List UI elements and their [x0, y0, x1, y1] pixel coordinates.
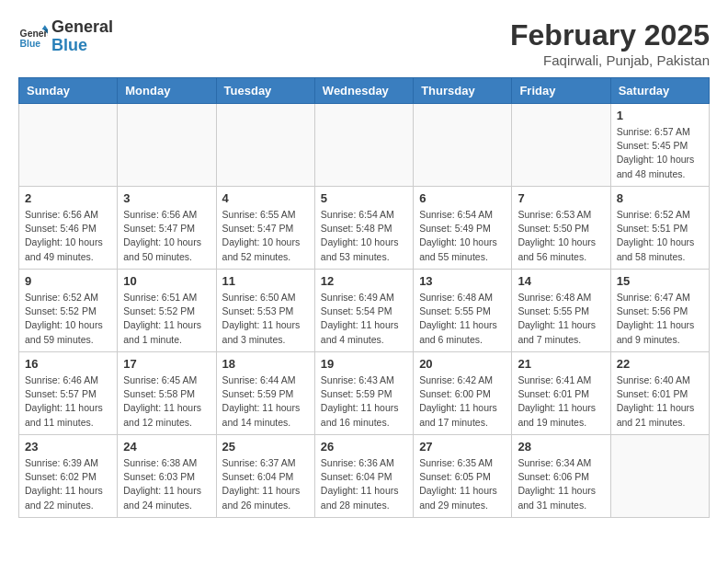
day-info: Sunrise: 6:51 AM Sunset: 5:52 PM Dayligh… [123, 291, 210, 347]
calendar-cell [118, 104, 216, 187]
calendar-cell: 5Sunrise: 6:54 AM Sunset: 5:48 PM Daylig… [314, 187, 413, 270]
day-number: 20 [419, 357, 506, 371]
calendar-cell: 17Sunrise: 6:45 AM Sunset: 5:58 PM Dayli… [118, 352, 216, 435]
calendar-cell: 19Sunrise: 6:43 AM Sunset: 5:59 PM Dayli… [314, 352, 413, 435]
weekday-header-sunday: Sunday [19, 78, 118, 104]
day-number: 8 [617, 191, 703, 205]
day-info: Sunrise: 6:52 AM Sunset: 5:51 PM Dayligh… [617, 208, 703, 264]
day-number: 9 [25, 274, 111, 288]
calendar-week-row: 1Sunrise: 6:57 AM Sunset: 5:45 PM Daylig… [19, 104, 710, 187]
logo-blue-text: Blue [51, 37, 113, 55]
calendar-cell: 11Sunrise: 6:50 AM Sunset: 5:53 PM Dayli… [216, 270, 314, 352]
calendar-cell [19, 104, 118, 187]
day-info: Sunrise: 6:46 AM Sunset: 5:57 PM Dayligh… [25, 373, 111, 430]
day-info: Sunrise: 6:56 AM Sunset: 5:46 PM Dayligh… [25, 208, 111, 264]
day-number: 19 [321, 357, 407, 371]
day-number: 27 [419, 440, 506, 454]
calendar-cell: 7Sunrise: 6:53 AM Sunset: 5:50 PM Daylig… [512, 187, 610, 270]
day-info: Sunrise: 6:50 AM Sunset: 5:53 PM Dayligh… [222, 291, 309, 347]
day-info: Sunrise: 6:55 AM Sunset: 5:47 PM Dayligh… [222, 208, 309, 264]
day-number: 17 [123, 357, 210, 371]
calendar-cell: 14Sunrise: 6:48 AM Sunset: 5:55 PM Dayli… [512, 270, 610, 352]
day-number: 3 [123, 191, 210, 205]
month-year: February 2025 [510, 18, 710, 52]
day-number: 26 [321, 440, 407, 454]
day-number: 25 [222, 440, 309, 454]
day-number: 4 [222, 191, 309, 205]
day-info: Sunrise: 6:56 AM Sunset: 5:47 PM Dayligh… [123, 208, 210, 264]
day-info: Sunrise: 6:47 AM Sunset: 5:56 PM Dayligh… [617, 291, 703, 347]
day-number: 1 [617, 109, 703, 122]
day-info: Sunrise: 6:44 AM Sunset: 5:59 PM Dayligh… [222, 373, 309, 430]
calendar-cell: 12Sunrise: 6:49 AM Sunset: 5:54 PM Dayli… [314, 270, 413, 352]
calendar-cell: 10Sunrise: 6:51 AM Sunset: 5:52 PM Dayli… [118, 270, 216, 352]
calendar-cell [610, 435, 709, 518]
title-block: February 2025 Faqirwali, Punjab, Pakista… [510, 18, 710, 68]
day-number: 6 [419, 191, 506, 205]
day-info: Sunrise: 6:52 AM Sunset: 5:52 PM Dayligh… [25, 291, 111, 347]
day-number: 13 [419, 274, 506, 288]
calendar-week-row: 16Sunrise: 6:46 AM Sunset: 5:57 PM Dayli… [19, 352, 710, 435]
calendar-cell: 21Sunrise: 6:41 AM Sunset: 6:01 PM Dayli… [512, 352, 610, 435]
calendar-cell [414, 104, 512, 187]
day-number: 24 [123, 440, 210, 454]
day-number: 12 [321, 274, 407, 288]
calendar-week-row: 9Sunrise: 6:52 AM Sunset: 5:52 PM Daylig… [19, 270, 710, 352]
calendar-cell [512, 104, 610, 187]
day-number: 22 [617, 357, 703, 371]
calendar-cell: 23Sunrise: 6:39 AM Sunset: 6:02 PM Dayli… [19, 435, 118, 518]
day-number: 10 [123, 274, 210, 288]
weekday-header-monday: Monday [118, 78, 216, 104]
calendar-cell [216, 104, 314, 187]
day-info: Sunrise: 6:41 AM Sunset: 6:01 PM Dayligh… [518, 373, 604, 430]
day-info: Sunrise: 6:57 AM Sunset: 5:45 PM Dayligh… [617, 125, 703, 181]
calendar-cell: 16Sunrise: 6:46 AM Sunset: 5:57 PM Dayli… [19, 352, 118, 435]
day-info: Sunrise: 6:45 AM Sunset: 5:58 PM Dayligh… [123, 373, 210, 430]
day-info: Sunrise: 6:34 AM Sunset: 6:06 PM Dayligh… [518, 456, 604, 512]
weekday-header-wednesday: Wednesday [314, 78, 413, 104]
calendar-cell: 1Sunrise: 6:57 AM Sunset: 5:45 PM Daylig… [610, 104, 709, 187]
day-info: Sunrise: 6:40 AM Sunset: 6:01 PM Dayligh… [617, 373, 703, 430]
day-info: Sunrise: 6:54 AM Sunset: 5:49 PM Dayligh… [419, 208, 506, 264]
day-number: 5 [321, 191, 407, 205]
calendar-cell: 18Sunrise: 6:44 AM Sunset: 5:59 PM Dayli… [216, 352, 314, 435]
calendar-cell: 9Sunrise: 6:52 AM Sunset: 5:52 PM Daylig… [19, 270, 118, 352]
day-info: Sunrise: 6:38 AM Sunset: 6:03 PM Dayligh… [123, 456, 210, 512]
day-info: Sunrise: 6:48 AM Sunset: 5:55 PM Dayligh… [419, 291, 506, 347]
calendar-cell [314, 104, 413, 187]
day-number: 21 [518, 357, 604, 371]
weekday-header-friday: Friday [512, 78, 610, 104]
day-number: 14 [518, 274, 604, 288]
calendar-week-row: 2Sunrise: 6:56 AM Sunset: 5:46 PM Daylig… [19, 187, 710, 270]
day-number: 7 [518, 191, 604, 205]
weekday-header-saturday: Saturday [610, 78, 709, 104]
calendar-cell: 27Sunrise: 6:35 AM Sunset: 6:05 PM Dayli… [414, 435, 512, 518]
calendar-cell: 6Sunrise: 6:54 AM Sunset: 5:49 PM Daylig… [414, 187, 512, 270]
logo: General Blue General Blue [18, 18, 113, 55]
logo-general-text: General [51, 18, 113, 37]
calendar-cell: 20Sunrise: 6:42 AM Sunset: 6:00 PM Dayli… [414, 352, 512, 435]
calendar-cell: 8Sunrise: 6:52 AM Sunset: 5:51 PM Daylig… [610, 187, 709, 270]
calendar-cell: 3Sunrise: 6:56 AM Sunset: 5:47 PM Daylig… [118, 187, 216, 270]
svg-text:Blue: Blue [20, 39, 41, 49]
day-info: Sunrise: 6:53 AM Sunset: 5:50 PM Dayligh… [518, 208, 604, 264]
weekday-header-thursday: Thursday [414, 78, 512, 104]
day-info: Sunrise: 6:42 AM Sunset: 6:00 PM Dayligh… [419, 373, 506, 430]
calendar-cell: 24Sunrise: 6:38 AM Sunset: 6:03 PM Dayli… [118, 435, 216, 518]
svg-marker-2 [42, 25, 48, 29]
day-info: Sunrise: 6:35 AM Sunset: 6:05 PM Dayligh… [419, 456, 506, 512]
page-header: General Blue General Blue February 2025 … [18, 18, 710, 68]
day-info: Sunrise: 6:36 AM Sunset: 6:04 PM Dayligh… [321, 456, 407, 512]
calendar-cell: 4Sunrise: 6:55 AM Sunset: 5:47 PM Daylig… [216, 187, 314, 270]
calendar-cell: 25Sunrise: 6:37 AM Sunset: 6:04 PM Dayli… [216, 435, 314, 518]
calendar-week-row: 23Sunrise: 6:39 AM Sunset: 6:02 PM Dayli… [19, 435, 710, 518]
day-info: Sunrise: 6:43 AM Sunset: 5:59 PM Dayligh… [321, 373, 407, 430]
day-info: Sunrise: 6:48 AM Sunset: 5:55 PM Dayligh… [518, 291, 604, 347]
day-number: 16 [25, 357, 111, 371]
calendar-cell: 13Sunrise: 6:48 AM Sunset: 5:55 PM Dayli… [414, 270, 512, 352]
logo-icon: General Blue [18, 22, 48, 52]
day-number: 28 [518, 440, 604, 454]
calendar-cell: 2Sunrise: 6:56 AM Sunset: 5:46 PM Daylig… [19, 187, 118, 270]
svg-text:General: General [20, 29, 48, 39]
calendar-header-row: SundayMondayTuesdayWednesdayThursdayFrid… [19, 78, 710, 104]
